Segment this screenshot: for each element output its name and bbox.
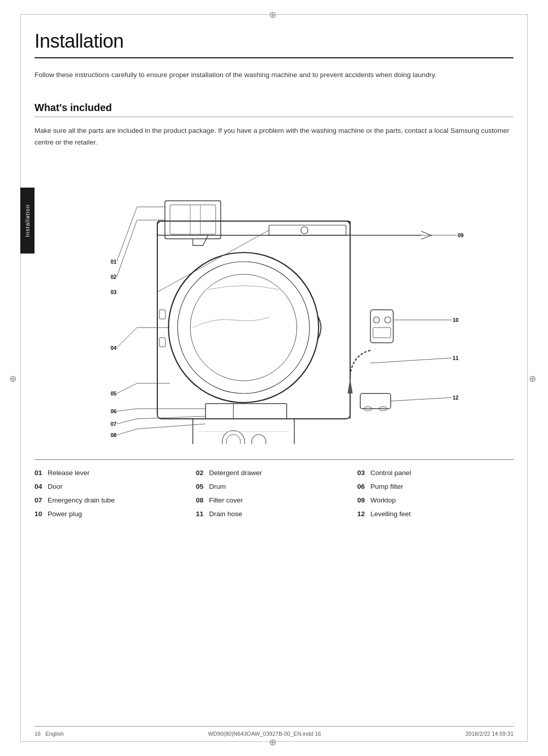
svg-rect-3 <box>269 225 346 235</box>
footer: 16 English WD90(80)N643OAW_03927B-00_EN.… <box>35 726 513 737</box>
part-num: 06 <box>357 483 368 490</box>
part-num: 08 <box>196 496 207 504</box>
svg-point-16 <box>222 430 245 444</box>
svg-line-50 <box>117 429 137 435</box>
svg-point-11 <box>190 274 297 381</box>
part-item: 03Control panel <box>357 469 513 477</box>
page-border-right <box>527 14 528 742</box>
svg-point-9 <box>168 253 319 403</box>
svg-text:01: 01 <box>111 259 117 265</box>
page-border-top <box>20 14 528 15</box>
part-label: Worktop <box>370 496 396 504</box>
svg-rect-14 <box>206 404 287 419</box>
part-item: 10Power plug <box>35 510 191 518</box>
section-desc: Make sure all the parts are included in … <box>35 125 513 148</box>
svg-point-18 <box>252 435 266 444</box>
sidebar-label: Installation <box>24 204 30 237</box>
svg-text:06: 06 <box>111 408 117 414</box>
svg-line-44 <box>117 409 137 411</box>
svg-line-58 <box>391 398 452 401</box>
svg-point-22 <box>373 317 380 323</box>
svg-rect-25 <box>360 393 391 409</box>
svg-line-33 <box>117 220 137 277</box>
svg-text:04: 04 <box>111 345 117 351</box>
sidebar-tab: Installation <box>20 188 35 254</box>
svg-line-49 <box>137 424 206 429</box>
title-rule <box>35 57 513 58</box>
main-content: Installation Follow these instructions c… <box>35 0 513 518</box>
svg-text:03: 03 <box>111 289 117 295</box>
section-rule <box>35 117 513 117</box>
footer-content: 16 English WD90(80)N643OAW_03927B-00_EN.… <box>35 731 513 737</box>
svg-line-41 <box>117 383 137 393</box>
intro-text: Follow these instructions carefully to e… <box>35 69 513 81</box>
part-num: 05 <box>196 483 207 490</box>
parts-grid: 01Release lever02Detergent drawer03Contr… <box>35 469 513 518</box>
svg-point-23 <box>385 317 391 323</box>
part-num: 03 <box>357 469 368 477</box>
part-item: 05Drum <box>196 483 352 490</box>
footer-page-num: 16 <box>35 731 41 737</box>
part-label: Emergency drain tube <box>48 496 115 504</box>
svg-rect-0 <box>157 221 350 419</box>
part-label: Control panel <box>370 469 411 477</box>
part-label: Release lever <box>48 469 90 477</box>
part-num: 04 <box>35 483 46 490</box>
footer-file: WD90(80)N643OAW_03927B-00_EN.indd 16 <box>208 731 321 737</box>
part-label: Pump filter <box>370 483 403 490</box>
svg-line-56 <box>370 358 452 363</box>
page-border-left <box>20 14 21 742</box>
svg-rect-6 <box>170 205 216 234</box>
part-num: 02 <box>196 469 207 477</box>
svg-text:05: 05 <box>111 390 117 397</box>
part-item: 09Worktop <box>357 496 513 504</box>
reg-mark-left <box>9 373 19 383</box>
svg-line-35 <box>157 230 269 292</box>
part-label: Detergent drawer <box>209 469 262 477</box>
part-item: 07Emergency drain tube <box>35 496 191 504</box>
part-item: 01Release lever <box>35 469 191 477</box>
svg-point-10 <box>178 262 310 393</box>
svg-point-4 <box>301 227 308 234</box>
part-num: 09 <box>357 496 368 504</box>
part-num: 10 <box>35 510 46 518</box>
footer-language: English <box>45 731 63 737</box>
part-num: 07 <box>35 496 46 504</box>
diagram-svg: 01 02 03 04 05 06 07 <box>35 160 513 444</box>
svg-text:09: 09 <box>458 232 464 238</box>
svg-text:07: 07 <box>111 421 117 427</box>
part-label: Filter cover <box>209 496 243 504</box>
svg-line-38 <box>117 328 137 348</box>
part-item: 06Pump filter <box>357 483 513 490</box>
svg-rect-5 <box>165 201 221 239</box>
footer-date: 2018/2/22 14:59:31 <box>465 731 513 737</box>
part-num: 12 <box>357 510 368 518</box>
svg-point-17 <box>226 435 241 444</box>
part-label: Door <box>48 483 62 490</box>
footer-page-label: 16 English <box>35 731 64 737</box>
part-label: Drain hose <box>209 510 242 518</box>
reg-mark-bottom <box>269 737 279 747</box>
svg-text:08: 08 <box>111 432 117 438</box>
footer-rule <box>35 726 513 727</box>
svg-line-30 <box>117 207 137 262</box>
svg-text:12: 12 <box>453 394 459 401</box>
part-num: 01 <box>35 469 46 477</box>
svg-rect-1 <box>157 221 350 235</box>
part-label: Levelling feet <box>370 510 411 518</box>
page-border-bottom <box>20 741 528 742</box>
parts-diagram: 01 02 03 04 05 06 07 <box>35 160 513 444</box>
section-heading: What's included <box>35 102 513 114</box>
page-title: Installation <box>35 30 513 52</box>
svg-rect-12 <box>159 310 165 319</box>
part-label: Power plug <box>48 510 82 518</box>
part-item: 04Door <box>35 483 191 490</box>
part-item: 12Levelling feet <box>357 510 513 518</box>
svg-text:02: 02 <box>111 274 117 280</box>
part-label: Drum <box>209 483 226 490</box>
reg-mark-right <box>529 373 539 383</box>
svg-text:11: 11 <box>453 355 459 361</box>
part-item: 08Filter cover <box>196 496 352 504</box>
parts-rule-top <box>35 459 513 460</box>
svg-rect-13 <box>159 338 165 347</box>
